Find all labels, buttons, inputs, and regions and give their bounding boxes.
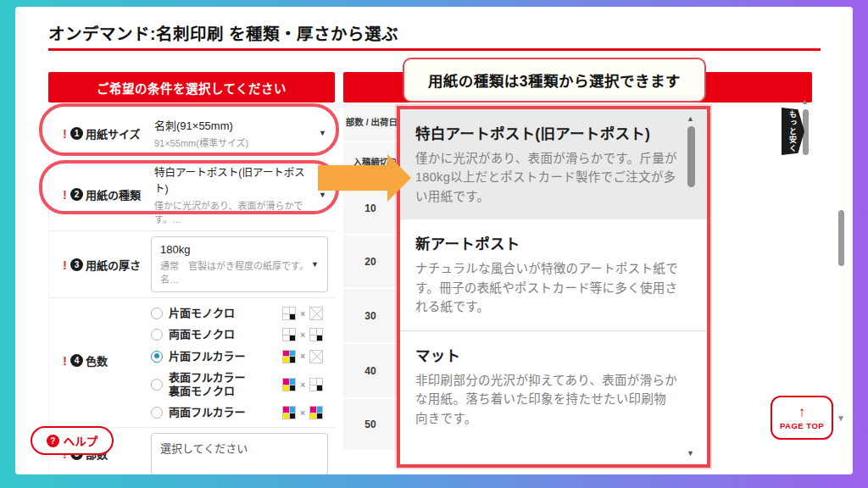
- fullcolor-grid-icon: [282, 406, 296, 419]
- orange-arrow-icon: [318, 154, 411, 202]
- row-color-count: ! 4 色数 片面モノクロ ×: [49, 297, 335, 427]
- option-front-color-back-mono[interactable]: 表面フルカラー 裏面モノクロ ×: [151, 371, 335, 399]
- required-icon: !: [63, 353, 67, 368]
- page-title: オンデマンド:名刺印刷 を種類・厚さから選ぶ: [48, 20, 398, 45]
- step-number-badge: 3: [70, 258, 83, 271]
- option-double-fullcolor[interactable]: 両面フルカラー ×: [151, 406, 335, 419]
- paper-type-value: 特白アートポスト(旧アートポスト): [154, 164, 316, 196]
- page-top-button[interactable]: ↑ PAGE TOP: [771, 396, 833, 440]
- row-paper-type: ! 2 用紙の種類 特白アートポスト(旧アートポスト) 僅かに光沢があり、表面が…: [49, 158, 335, 230]
- fullcolor-grid-icon: [309, 406, 323, 419]
- conditions-form: ! 1 用紙サイズ 名刺(91×55mm) 91×55mm(標準サイズ) ▼ !…: [48, 108, 335, 474]
- paper-size-subtext: 91×55mm(標準サイズ): [154, 136, 316, 149]
- multiply-sign: ×: [300, 352, 305, 361]
- step-number-badge: 4: [70, 354, 83, 367]
- dropdown-scrollbar-thumb[interactable]: [687, 126, 695, 187]
- option-single-mono[interactable]: 片面モノクロ ×: [151, 307, 335, 320]
- required-icon: !: [63, 126, 67, 141]
- option-double-mono[interactable]: 両面モノクロ ×: [151, 328, 335, 341]
- row-paper-size: ! 1 用紙サイズ 名刺(91×55mm) 91×55mm(標準サイズ) ▼: [49, 108, 335, 158]
- scroll-up-icon[interactable]: ▲: [687, 114, 694, 123]
- paper-type-select[interactable]: 特白アートポスト(旧アートポスト) 僅かに光沢があり、表面が滑らかです。… ▼: [151, 158, 335, 230]
- scroll-down-icon[interactable]: ▼: [687, 449, 694, 458]
- mono-grid-icon: [309, 378, 323, 391]
- paper-type-label: ! 2 用紙の種類: [49, 186, 151, 202]
- help-button[interactable]: ? ヘルプ: [31, 426, 114, 455]
- crossed-box-icon: [309, 307, 323, 320]
- multiply-sign: ×: [300, 380, 305, 390]
- mono-grid-icon: [282, 328, 296, 341]
- step-number-badge: 2: [70, 188, 83, 201]
- color-count-label: ! 4 色数: [49, 302, 151, 420]
- mono-grid-icon: [309, 328, 323, 341]
- option-single-fullcolor[interactable]: 片面フルカラー ×: [151, 350, 335, 363]
- paper-type-subtext: 僅かに光沢があり、表面が滑らかです。…: [154, 198, 316, 225]
- page-scrollbar-thumb[interactable]: [838, 210, 844, 266]
- main-card: オンデマンド:名刺印刷 を種類・厚さから選ぶ ご希望の条件を選択してください !…: [15, 7, 853, 474]
- fullcolor-grid-icon: [282, 378, 296, 391]
- color-options: 片面モノクロ × 両面モノクロ ×: [151, 302, 335, 420]
- radio-icon[interactable]: [151, 379, 163, 391]
- paper-size-label: ! 1 用紙サイズ: [49, 125, 151, 141]
- chevron-down-icon: ▼: [319, 129, 326, 137]
- row-paper-thickness: ! 3 用紙の厚さ 180kg 通常 官製はがき程度の紙厚です。名… ▼: [49, 230, 335, 297]
- scroll-up-icon[interactable]: ▲: [801, 97, 809, 106]
- dropdown-item-shin-artpost[interactable]: 新アートポスト ナチュラルな風合いが特徴のアートポスト紙です。冊子の表紙やポスト…: [400, 219, 707, 330]
- mono-grid-icon: [282, 307, 296, 320]
- radio-icon[interactable]: [151, 329, 163, 341]
- radio-icon[interactable]: [151, 308, 163, 319]
- up-arrow-icon: ↑: [798, 405, 806, 419]
- paper-thickness-label: ! 3 用紙の厚さ: [49, 257, 151, 273]
- conditions-panel-header: ご希望の条件を選択してください: [48, 72, 335, 103]
- title-divider: [48, 48, 821, 51]
- dropdown-item-tokushiro-artpost[interactable]: 特白アートポスト(旧アートポスト) 僅かに光沢があり、表面が滑らかです。斤量が1…: [400, 109, 707, 219]
- quantity-select[interactable]: 選択してください: [151, 433, 328, 475]
- paper-thickness-subtext: 通常 官製はがき程度の紙厚です。名…: [160, 258, 309, 286]
- step-number-badge: 1: [70, 127, 83, 140]
- crossed-box-icon: [309, 350, 323, 363]
- chevron-down-icon: ▼: [311, 260, 319, 269]
- paper-size-select[interactable]: 名刺(91×55mm) 91×55mm(標準サイズ) ▼: [151, 112, 335, 154]
- annotation-callout: 用紙の種類は3種類から選択できます: [403, 58, 706, 103]
- multiply-sign: ×: [300, 330, 305, 340]
- scroll-down-icon[interactable]: ▼: [837, 413, 845, 423]
- fullcolor-grid-icon: [282, 350, 296, 363]
- required-icon: !: [63, 258, 67, 272]
- radio-selected-icon[interactable]: [151, 351, 163, 363]
- paper-thickness-select[interactable]: 180kg 通常 官製はがき程度の紙厚です。名… ▼: [151, 236, 328, 292]
- radio-icon[interactable]: [151, 407, 163, 419]
- multiply-sign: ×: [300, 309, 305, 319]
- paper-thickness-value: 180kg: [160, 243, 309, 256]
- dropdown-item-matte[interactable]: マット 非印刷部分の光沢が抑えてあり、表面が滑らかな用紙。落ち着いた印象を持たせ…: [400, 330, 707, 441]
- required-icon: !: [63, 187, 67, 202]
- cheaper-side-tab[interactable]: もっと安く: [782, 108, 804, 155]
- gradient-frame: オンデマンド:名刺印刷 を種類・厚さから選ぶ ご希望の条件を選択してください !…: [0, 0, 868, 488]
- quantity-placeholder: 選択してください: [160, 440, 309, 456]
- multiply-sign: ×: [300, 408, 305, 418]
- paper-type-dropdown: 特白アートポスト(旧アートポスト) 僅かに光沢があり、表面が滑らかです。斤量が1…: [397, 106, 710, 468]
- question-icon: ?: [47, 435, 59, 447]
- paper-size-value: 名刺(91×55mm): [154, 117, 316, 133]
